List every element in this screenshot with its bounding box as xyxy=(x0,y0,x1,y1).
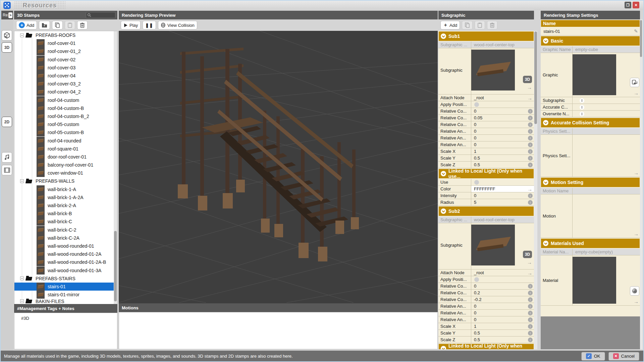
tree-item-row[interactable]: wall-brick-C-2A xyxy=(14,234,117,242)
property-value[interactable]: 0↕ xyxy=(471,121,534,128)
spinner-icon[interactable]: ↕ xyxy=(528,129,533,134)
2d-stamps-icon[interactable]: 2D xyxy=(2,117,12,127)
property-value[interactable]: 0.5↕ xyxy=(471,330,534,336)
tree-item-row[interactable]: wall-brick-2-A xyxy=(14,201,117,209)
subgraphic-thumbnail-cell[interactable]: 3D→ xyxy=(471,48,534,94)
property-value[interactable]: 0↕ xyxy=(471,283,534,289)
section-header[interactable]: Sub2 xyxy=(438,206,534,217)
edit-pencil-icon[interactable]: ✎ xyxy=(634,28,638,34)
tall-property-cell[interactable]: → xyxy=(573,135,640,177)
spinner-icon[interactable]: ↕ xyxy=(528,304,533,309)
new-folder-button[interactable]: + xyxy=(39,21,50,29)
navigate-arrow-icon[interactable]: → xyxy=(634,299,639,304)
swap-3d-icon[interactable]: 3D xyxy=(523,251,532,258)
settings-scrollbar[interactable] xyxy=(640,19,643,349)
tree-item-row[interactable]: roof-cover-02 xyxy=(14,56,117,64)
stamp-name-value[interactable]: stairs-01 xyxy=(541,27,640,35)
property-value[interactable]: 0↕ xyxy=(471,192,534,199)
spinner-icon[interactable]: ↕ xyxy=(528,324,533,329)
material-sphere-icon[interactable] xyxy=(630,286,639,296)
spinner-icon[interactable]: ↕ xyxy=(528,297,533,302)
delete-button[interactable] xyxy=(77,21,88,29)
close-window-button[interactable]: ✕ xyxy=(633,2,639,8)
section-header[interactable]: Accurate Collision Setting xyxy=(541,117,640,128)
tall-property-cell[interactable]: → xyxy=(573,194,640,238)
tree-item-row[interactable]: wall-brick-C-2 xyxy=(14,226,117,234)
property-value[interactable] xyxy=(471,276,534,283)
tree-item-row[interactable]: wall-brick-B xyxy=(14,209,117,218)
property-value[interactable]: 5↕ xyxy=(471,199,534,205)
section-header[interactable]: Motion Setting xyxy=(541,177,640,188)
property-value[interactable] xyxy=(573,111,640,117)
motions-list[interactable] xyxy=(119,312,438,349)
tree-item-row[interactable]: stairs-01 xyxy=(14,283,117,291)
add-button[interactable]: +Add xyxy=(16,21,37,29)
navigate-arrow-icon[interactable]: → xyxy=(527,259,532,265)
tree-item-row[interactable]: cover-window-01 xyxy=(14,169,117,177)
spinner-icon[interactable]: ↕ xyxy=(528,156,533,161)
property-value[interactable]: 0↕ xyxy=(471,108,534,114)
collapsed-resources-panel[interactable]: Re > xyxy=(1,11,13,19)
tree-scrollbar[interactable] xyxy=(114,31,117,313)
navigate-arrow-icon[interactable]: → xyxy=(634,170,639,176)
property-value[interactable]: FFFFFFFF→ xyxy=(471,186,534,192)
tree-item-row[interactable]: wall-brick-1-A xyxy=(14,185,117,193)
property-value[interactable]: -0.2↕ xyxy=(471,296,534,303)
thumbnail-box[interactable] xyxy=(471,50,515,90)
thumbnail-box[interactable] xyxy=(471,225,515,265)
spinner-icon[interactable]: ↕ xyxy=(528,116,533,120)
search-input[interactable] xyxy=(86,12,115,18)
tree-item-row[interactable]: door-roof-cover-01 xyxy=(14,153,117,161)
expand-toggle[interactable] xyxy=(20,179,24,183)
property-value[interactable] xyxy=(573,97,640,104)
play-button[interactable]: Play xyxy=(121,21,141,29)
add-button[interactable]: ＋Add xyxy=(440,21,460,29)
stamp-name-row[interactable]: stairs-01✎ xyxy=(541,27,640,36)
tree-folder-row[interactable]: BAKIN-FILES xyxy=(14,299,117,304)
spinner-icon[interactable]: ↕ xyxy=(528,284,533,289)
navigate-arrow-icon[interactable]: → xyxy=(527,84,532,90)
property-value[interactable]: 1↕ xyxy=(471,148,534,155)
tree-item-row[interactable]: roof-cover-01 xyxy=(14,39,117,47)
property-value[interactable]: 0↕ xyxy=(471,135,534,141)
expand-panel-button[interactable]: > xyxy=(8,12,12,18)
movies-icon[interactable] xyxy=(2,165,12,175)
property-value[interactable]: 1↕ xyxy=(471,323,534,329)
spinner-icon[interactable]: ↕ xyxy=(528,291,533,295)
tree-item-row[interactable]: wall-brick-C xyxy=(14,218,117,226)
tree-item-row[interactable]: stairs-01-mirror xyxy=(14,291,117,299)
graphic-preview-box[interactable] xyxy=(573,257,616,304)
tree-item-row[interactable]: roof-04-custom xyxy=(14,96,117,104)
tags-notes-area[interactable]: #3D xyxy=(14,313,117,349)
spinner-icon[interactable]: ↕ xyxy=(528,200,533,205)
navigate-arrow-icon[interactable]: → xyxy=(527,95,532,100)
expand-toggle[interactable] xyxy=(20,277,24,280)
section-header[interactable]: Linked to Local Light (Only when use... xyxy=(438,168,534,179)
navigate-arrow-icon[interactable]: → xyxy=(634,231,639,237)
spinner-icon[interactable]: ↕ xyxy=(528,317,533,322)
property-value[interactable]: 0↕ xyxy=(471,141,534,148)
change-graphic-icon[interactable] xyxy=(630,78,639,87)
section-header[interactable]: Linked to Local Light (Only when use... xyxy=(438,343,534,349)
property-value[interactable]: 0↕ xyxy=(471,316,534,323)
property-value[interactable]: _root→ xyxy=(471,269,534,276)
tree-item-row[interactable]: balcony-roof-cover-01 xyxy=(14,161,117,169)
tree-item-row[interactable]: roof-05-custom xyxy=(14,120,117,128)
restore-window-button[interactable]: ❐ xyxy=(625,2,631,8)
tree-item-row[interactable]: roof-cover-03 xyxy=(14,64,117,72)
property-value[interactable] xyxy=(471,101,534,108)
property-value[interactable]: 0.05↕ xyxy=(471,115,534,121)
delete-button[interactable] xyxy=(487,21,497,29)
property-value[interactable]: 0.5↕ xyxy=(471,155,534,161)
spinner-icon[interactable]: ↕ xyxy=(528,136,533,140)
3d-stamp-tool-icon[interactable] xyxy=(2,30,12,41)
ok-button[interactable]: ✓ OK xyxy=(581,352,605,361)
paste-button[interactable] xyxy=(475,21,485,29)
subgraphic-thumbnail-cell[interactable]: 3D→ xyxy=(471,223,534,269)
tree-item-row[interactable]: wall-wood-rounded-01 xyxy=(14,242,117,250)
navigate-arrow-icon[interactable]: → xyxy=(527,270,532,275)
property-value[interactable]: 0.2↕ xyxy=(471,290,534,296)
tree-item-row[interactable]: roof-cover-04_2 xyxy=(14,88,117,96)
property-value[interactable] xyxy=(573,104,640,110)
spinner-icon[interactable]: ↕ xyxy=(528,163,533,167)
